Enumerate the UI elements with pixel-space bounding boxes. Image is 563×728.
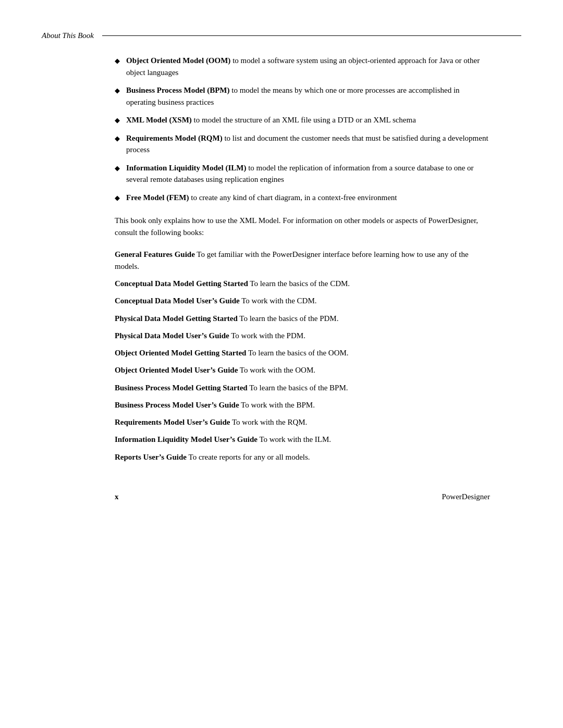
ref-desc: To learn the basics of the OOM. [246,349,348,357]
bullet-text: Free Model (FEM) to create any kind of c… [126,192,490,204]
footer-product-name: PowerDesigner [442,492,490,501]
page-footer: x PowerDesigner [115,488,490,501]
bullet-text: Information Liquidity Model (ILM) to mod… [126,162,490,186]
ref-entry-11: Reports User’s Guide To create reports f… [115,451,490,463]
list-item: ◆ XML Model (XSM) to model the structure… [115,114,490,126]
footer-page-number: x [115,492,119,501]
ref-desc: To learn the basics of the BPM. [248,384,348,392]
ref-entry-0: General Features Guide To get familiar w… [115,249,490,273]
bullet-rest: to model the structure of an XML file us… [192,116,416,124]
ref-title: Business Process Model User’s Guide [115,401,239,409]
ref-title: Reports User’s Guide [115,453,187,461]
ref-desc: To work with the RQM. [230,418,308,426]
ref-desc: To learn the basics of the PDM. [238,314,339,323]
list-item: ◆ Information Liquidity Model (ILM) to m… [115,162,490,186]
ref-title: Information Liquidity Model User’s Guide [115,435,258,443]
list-item: ◆ Object Oriented Model (OOM) to model a… [115,55,490,78]
header-title: About This Book [42,31,94,40]
list-item: ◆ Free Model (FEM) to create any kind of… [115,192,490,204]
ref-title: Requirements Model User’s Guide [115,418,230,426]
bullet-icon: ◆ [115,56,120,66]
ref-title: General Features Guide [115,250,195,258]
ref-entry-1: Conceptual Data Model Getting Started To… [115,278,490,290]
main-content: ◆ Object Oriented Model (OOM) to model a… [115,55,490,501]
ref-title: Conceptual Data Model User’s Guide [115,297,240,305]
header-rule [102,35,521,36]
bullet-list: ◆ Object Oriented Model (OOM) to model a… [115,55,490,203]
bullet-bold: Free Model (FEM) [126,193,189,202]
ref-title: Object Oriented Model Getting Started [115,349,246,357]
bullet-icon: ◆ [115,133,120,144]
page-header: About This Book [42,31,521,40]
ref-title: Conceptual Data Model Getting Started [115,279,248,288]
ref-title: Business Process Model Getting Started [115,384,248,392]
list-item: ◆ Business Process Model (BPM) to model … [115,84,490,108]
bullet-icon: ◆ [115,85,120,96]
bullet-icon: ◆ [115,193,120,203]
bullet-text: Object Oriented Model (OOM) to model a s… [126,55,490,78]
ref-title: Physical Data Model Getting Started [115,314,238,323]
ref-entry-9: Requirements Model User’s Guide To work … [115,416,490,428]
ref-desc: To work with the OOM. [238,366,315,374]
page: About This Book ◆ Object Oriented Model … [0,0,563,728]
ref-entry-8: Business Process Model User’s Guide To w… [115,399,490,411]
bullet-bold: Information Liquidity Model (ILM) [126,164,246,172]
bullet-bold: XML Model (XSM) [126,116,192,124]
ref-entry-6: Object Oriented Model User’s Guide To wo… [115,364,490,376]
ref-entry-5: Object Oriented Model Getting Started To… [115,347,490,359]
ref-entry-3: Physical Data Model Getting Started To l… [115,313,490,325]
bullet-text: Requirements Model (RQM) to list and doc… [126,132,490,156]
bullet-rest: to create any kind of chart diagram, in … [189,193,397,202]
bullet-icon: ◆ [115,163,120,174]
bullet-icon: ◆ [115,115,120,126]
references-list: General Features Guide To get familiar w… [115,249,490,463]
ref-desc: To work with the BPM. [239,401,315,409]
ref-desc: To work with the ILM. [258,435,331,443]
bullet-bold: Requirements Model (RQM) [126,134,223,142]
ref-title: Object Oriented Model User’s Guide [115,366,238,374]
intro-paragraph: This book only explains how to use the X… [115,215,490,239]
bullet-bold: Business Process Model (BPM) [126,86,229,94]
ref-entry-4: Physical Data Model User’s Guide To work… [115,330,490,342]
bullet-text: XML Model (XSM) to model the structure o… [126,114,490,126]
ref-desc: To create reports for any or all models. [187,453,310,461]
bullet-bold: Object Oriented Model (OOM) [126,56,230,65]
ref-desc: To learn the basics of the CDM. [248,279,350,288]
ref-entry-7: Business Process Model Getting Started T… [115,382,490,394]
ref-entry-10: Information Liquidity Model User’s Guide… [115,434,490,446]
bullet-text: Business Process Model (BPM) to model th… [126,84,490,108]
list-item: ◆ Requirements Model (RQM) to list and d… [115,132,490,156]
ref-entry-2: Conceptual Data Model User’s Guide To wo… [115,295,490,307]
ref-desc: To work with the PDM. [229,331,305,340]
ref-desc: To work with the CDM. [240,297,317,305]
ref-title: Physical Data Model User’s Guide [115,331,229,340]
